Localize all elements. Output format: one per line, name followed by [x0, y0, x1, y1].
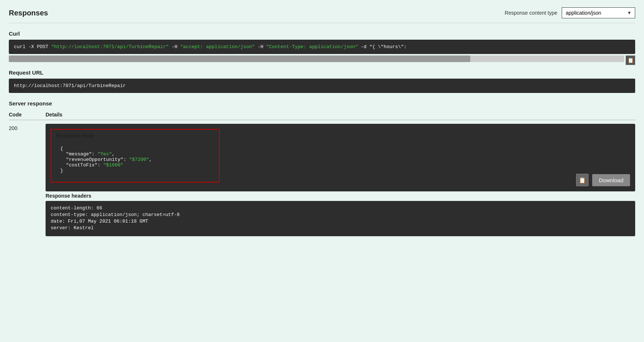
- curl-command-h1: -H: [169, 44, 180, 50]
- response-body-card: Response body { "message": "Yes", "reven…: [51, 129, 220, 183]
- table-data-row: 200 Response body { "message": "Yes", "r…: [9, 120, 635, 240]
- code-value: 200: [9, 124, 46, 131]
- content-type-select[interactable]: application/jsontext/plaintext/xml: [562, 7, 635, 18]
- code-col-header: Code: [9, 112, 46, 118]
- curl-copy-button[interactable]: 📋: [626, 55, 635, 65]
- curl-content-type-green: "Content-Type: application/json": [266, 44, 358, 50]
- page-title: Responses: [9, 9, 48, 17]
- curl-url-green: "http://localhost:7071/api/TurbineRepair…: [51, 44, 169, 50]
- download-button[interactable]: Download: [592, 174, 630, 186]
- page-container: Responses Response content type applicat…: [0, 0, 644, 342]
- json-val-revenue: "$7200": [129, 157, 149, 162]
- server-response-section: Server response Code Details 200 Respons…: [9, 100, 635, 240]
- curl-command-d: -d "{ \"hours\":: [358, 44, 407, 50]
- url-box: http://localhost:7071/api/TurbineRepair: [9, 79, 635, 93]
- headers-box: content-length: 66 content-type: applica…: [46, 201, 635, 236]
- json-comma-1: ,: [112, 151, 115, 157]
- json-val-message: "Yes": [97, 151, 112, 157]
- content-type-label: Response content type: [505, 10, 557, 16]
- copy-icon: 📋: [627, 57, 634, 63]
- full-dark-area: Response body { "message": "Yes", "reven…: [46, 124, 635, 191]
- json-key-revenue: "revenueOpportunity": [66, 157, 123, 162]
- json-key-message: "message": [66, 151, 92, 157]
- header-line-3: date: Fri,07 May 2021 06:01:18 GMT: [51, 219, 630, 224]
- curl-scroll-track[interactable]: [9, 55, 624, 62]
- header-line-4: server: Kestrel: [51, 225, 630, 231]
- header-row: Responses Response content type applicat…: [9, 7, 635, 23]
- response-headers-label: Response headers: [46, 193, 635, 199]
- request-url-section: Request URL http://localhost:7071/api/Tu…: [9, 69, 635, 93]
- curl-scroll-thumb: [9, 55, 470, 62]
- details-col: Response body { "message": "Yes", "reven…: [46, 124, 635, 236]
- json-key-cost: "costToFix": [66, 162, 98, 168]
- json-colon-2: :: [123, 157, 129, 162]
- json-indent2: [60, 157, 66, 162]
- curl-command-h2: -H: [255, 44, 266, 50]
- server-response-label: Server response: [9, 100, 635, 107]
- curl-box: curl -X POST "http://localhost:7071/api/…: [9, 40, 635, 54]
- response-headers-section: Response headers content-length: 66 cont…: [46, 193, 635, 236]
- header-line-1: content-length: 66: [51, 205, 630, 211]
- url-value: http://localhost:7071/api/TurbineRepair: [14, 83, 126, 89]
- request-url-label: Request URL: [9, 69, 635, 76]
- response-body-code: { "message": "Yes", "revenueOpportunity"…: [55, 141, 215, 178]
- json-indent3: [60, 162, 66, 168]
- curl-scroll-area: 📋: [9, 55, 635, 62]
- json-colon-1: :: [92, 151, 98, 157]
- copy-response-icon: 📋: [579, 177, 586, 184]
- table-header: Code Details: [9, 109, 635, 120]
- response-body-header: Response body: [51, 130, 219, 141]
- json-comma-2: ,: [149, 157, 152, 162]
- response-actions: 📋 Download: [576, 174, 630, 186]
- curl-section: Curl curl -X POST "http://localhost:7071…: [9, 30, 635, 62]
- json-brace-close: }: [60, 168, 63, 173]
- json-brace-open: {: [60, 146, 63, 151]
- json-val-cost: "$1600": [103, 162, 123, 168]
- content-type-row: Response content type application/jsonte…: [505, 7, 635, 18]
- json-indent: [60, 151, 66, 157]
- details-col-header: Details: [46, 112, 635, 118]
- curl-command-prefix: curl -X POST: [14, 44, 51, 50]
- content-type-select-wrapper[interactable]: application/jsontext/plaintext/xml: [562, 7, 635, 18]
- curl-accept-green: "accept: application/json": [180, 44, 255, 50]
- header-line-2: content-type: application/json; charset=…: [51, 212, 630, 217]
- json-colon-3: :: [97, 162, 103, 168]
- curl-label: Curl: [9, 30, 635, 37]
- copy-response-button[interactable]: 📋: [576, 174, 589, 186]
